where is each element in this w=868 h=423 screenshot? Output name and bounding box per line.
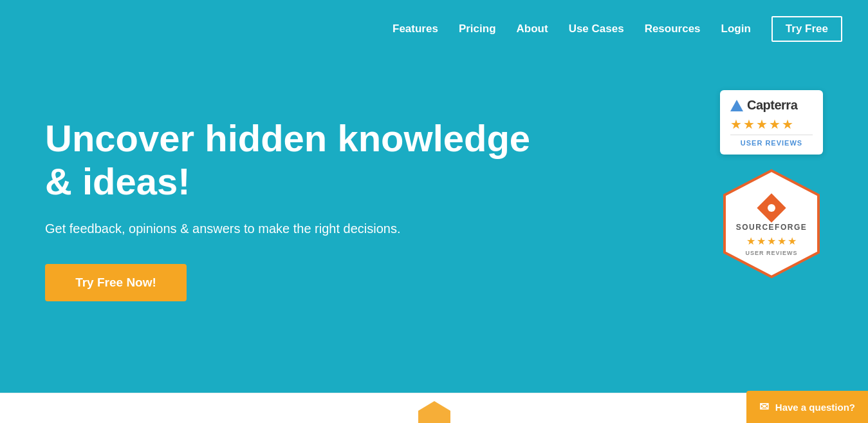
capterra-stars: ★ ★ ★ ★ ★ xyxy=(730,117,793,132)
svg-marker-1 xyxy=(418,401,450,423)
have-question-button[interactable]: ✉ Have a question? xyxy=(746,391,868,423)
sf-star-2: ★ xyxy=(757,235,766,247)
badges-container: Capterra ★ ★ ★ ★ ★ USER REVIEWS SOURCEFO… xyxy=(720,90,823,280)
capterra-logo-icon xyxy=(730,100,743,111)
hero-section: Uncover hidden knowledge & ideas! Get fe… xyxy=(0,0,868,393)
capterra-reviews-label: USER REVIEWS xyxy=(730,135,813,147)
sourceforge-name: SOURCEFORGE xyxy=(736,223,808,232)
nav-features[interactable]: Features xyxy=(392,23,438,35)
navbar: Features Pricing About Use Cases Resourc… xyxy=(0,0,868,58)
nav-try-free[interactable]: Try Free xyxy=(771,16,842,42)
have-question-label: Have a question? xyxy=(775,402,855,413)
try-free-now-button[interactable]: Try Free Now! xyxy=(45,264,187,301)
envelope-icon: ✉ xyxy=(759,400,769,414)
sourceforge-badge[interactable]: SOURCEFORGE ★ ★ ★ ★ ★ USER REVIEWS xyxy=(720,167,823,280)
logo-icon xyxy=(415,398,454,423)
nav-login[interactable]: Login xyxy=(721,23,751,35)
hero-content: Uncover hidden knowledge & ideas! Get fe… xyxy=(45,117,534,301)
nav-resources[interactable]: Resources xyxy=(645,23,701,35)
bottom-bar xyxy=(0,393,868,423)
nav-pricing[interactable]: Pricing xyxy=(459,23,496,35)
hero-headline: Uncover hidden knowledge & ideas! xyxy=(45,117,534,203)
capterra-badge[interactable]: Capterra ★ ★ ★ ★ ★ USER REVIEWS xyxy=(720,90,823,155)
capterra-star-1: ★ xyxy=(730,117,742,132)
sourceforge-reviews-label: USER REVIEWS xyxy=(745,250,797,256)
sf-star-5: ★ xyxy=(788,235,797,247)
sourceforge-logo-icon xyxy=(757,194,786,223)
capterra-star-2: ★ xyxy=(743,117,755,132)
capterra-name: Capterra xyxy=(747,98,797,113)
nav-use-cases[interactable]: Use Cases xyxy=(569,23,624,35)
sf-star-1: ★ xyxy=(746,235,755,247)
capterra-star-5: ★ xyxy=(782,117,793,132)
nav-about[interactable]: About xyxy=(517,23,548,35)
capterra-star-3: ★ xyxy=(756,117,768,132)
hero-subheadline: Get feedback, opinions & answers to make… xyxy=(45,219,534,238)
capterra-star-4: ★ xyxy=(769,117,780,132)
capterra-header: Capterra xyxy=(730,98,797,113)
sourceforge-stars: ★ ★ ★ ★ ★ xyxy=(746,235,797,247)
sf-star-4: ★ xyxy=(777,235,786,247)
sf-star-3: ★ xyxy=(767,235,776,247)
sourceforge-inner: SOURCEFORGE ★ ★ ★ ★ ★ USER REVIEWS xyxy=(736,191,808,256)
